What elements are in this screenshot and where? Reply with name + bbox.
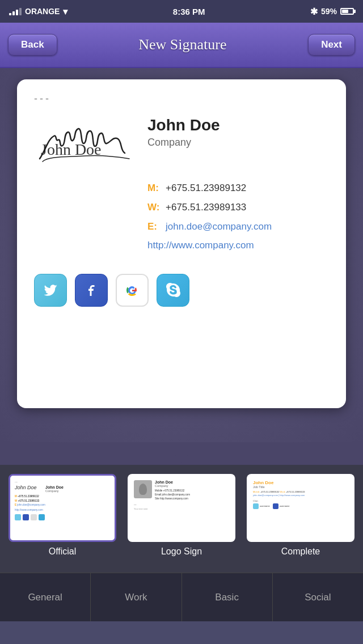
template-official-label: Official	[9, 546, 116, 557]
signature-card: --- John Doe John Doe Company M: +675.51…	[17, 79, 346, 408]
google-plus-icon[interactable]	[116, 274, 149, 307]
template-official-preview: --- John Doe John Doe Company M +675.51.…	[9, 474, 116, 542]
work-value: +675.51.23989133	[166, 198, 246, 217]
template-logosign[interactable]: John Doe Company Mobile +675.51.23989132…	[128, 474, 235, 557]
arrow-down-icon	[170, 449, 193, 463]
website-value[interactable]: http://www.company.com	[147, 240, 254, 251]
email-value[interactable]: john.doe@company.com	[166, 217, 272, 236]
email-row: E: john.doe@company.com	[147, 217, 329, 236]
svg-text:John Doe: John Doe	[41, 141, 102, 158]
mobile-row: M: +675.51.23989132	[147, 179, 329, 198]
page-title: New Signature	[57, 36, 309, 53]
twitter-icon[interactable]	[34, 274, 67, 307]
template-logosign-label: Logo Sign	[128, 546, 235, 557]
status-right: ✱ 59%	[310, 6, 354, 17]
clock: 8:36 PM	[173, 7, 205, 16]
template-selector: --- John Doe John Doe Company M +675.51.…	[0, 465, 363, 573]
main-content: --- John Doe John Doe Company M: +675.51…	[0, 68, 363, 442]
social-icons	[34, 268, 329, 307]
tab-bar: General Work Basic Social	[0, 573, 363, 621]
email-label: E:	[147, 217, 166, 236]
bluetooth-icon: ✱	[310, 6, 318, 17]
arrow-indicator	[0, 442, 363, 465]
back-button[interactable]: Back	[8, 34, 57, 56]
tab-social[interactable]: Social	[273, 573, 363, 621]
template-complete-preview: John Doe Job Title Mobile +675.51.239891…	[247, 474, 354, 542]
person-company: Company	[147, 137, 329, 149]
facebook-icon[interactable]	[75, 274, 108, 307]
template-logosign-preview: John Doe Company Mobile +675.51.23989132…	[128, 474, 235, 542]
work-row: W: +675.51.23989133	[147, 198, 329, 217]
status-left: ORANGE ▾	[9, 6, 67, 17]
signal-icon	[9, 8, 22, 15]
template-official[interactable]: --- John Doe John Doe Company M +675.51.…	[9, 474, 116, 557]
template-complete[interactable]: John Doe Job Title Mobile +675.51.239891…	[247, 474, 354, 557]
name-section: John Doe Company	[147, 116, 329, 149]
next-button[interactable]: Next	[308, 34, 355, 56]
tab-basic[interactable]: Basic	[182, 573, 273, 621]
battery-icon	[340, 8, 354, 15]
contact-section: M: +675.51.23989132 W: +675.51.23989133 …	[147, 179, 329, 236]
skype-icon[interactable]	[157, 274, 189, 307]
carrier-label: ORANGE	[25, 7, 60, 16]
tab-work[interactable]: Work	[91, 573, 182, 621]
wifi-icon: ▾	[63, 6, 67, 17]
work-label: W:	[147, 198, 166, 217]
nav-bar: Back New Signature Next	[0, 23, 363, 68]
status-bar: ORANGE ▾ 8:36 PM ✱ 59%	[0, 0, 363, 23]
mobile-value: +675.51.23989132	[166, 179, 246, 198]
tab-general[interactable]: General	[0, 573, 91, 621]
website-row: http://www.company.com	[147, 240, 329, 251]
signature-image: John Doe	[34, 116, 136, 167]
mobile-label: M:	[147, 179, 166, 198]
card-header: John Doe John Doe Company	[34, 116, 329, 167]
battery-percent: 59%	[321, 7, 337, 16]
card-dashes: ---	[34, 93, 329, 105]
template-complete-label: Complete	[247, 546, 354, 557]
person-name: John Doe	[147, 116, 329, 134]
